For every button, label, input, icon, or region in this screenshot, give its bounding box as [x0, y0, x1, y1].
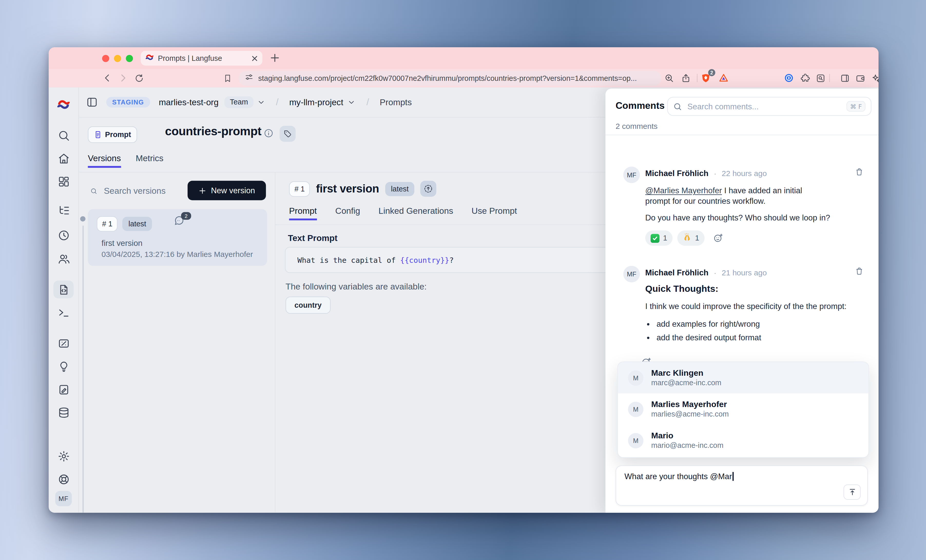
mention-option-mario[interactable]: M Mario mario@acme-inc.com [618, 425, 869, 456]
page-tabs: Versions Metrics [88, 153, 163, 168]
sidebar-toggle-icon[interactable] [86, 96, 98, 108]
sidebar-toggle-browser-icon[interactable] [838, 72, 851, 85]
tab-use-prompt[interactable]: Use Prompt [472, 206, 517, 220]
playground-icon[interactable] [53, 304, 74, 321]
delete-comment-icon[interactable] [855, 266, 864, 278]
tab-versions[interactable]: Versions [88, 153, 121, 168]
tab-close-icon[interactable] [252, 53, 258, 64]
browser-tab[interactable]: Prompts | Langfuse [141, 51, 262, 66]
versions-search[interactable] [90, 186, 194, 196]
mention-name: Mario [651, 431, 723, 440]
mention-link[interactable]: @Marlies Mayerhofer [645, 186, 722, 195]
version-name: first version [101, 239, 142, 248]
variable-chip[interactable]: country [285, 297, 330, 313]
reaction-check-pill[interactable]: 1 [645, 230, 672, 246]
home-icon[interactable] [53, 149, 74, 167]
datasets-icon[interactable] [53, 403, 74, 421]
tag-icon-button[interactable] [280, 126, 295, 142]
tab-metrics[interactable]: Metrics [136, 153, 163, 168]
raising-hands-emoji [683, 233, 691, 243]
promote-version-icon[interactable] [421, 181, 437, 197]
versions-panel: New version # 1 latest 2 first version 0… [78, 173, 275, 513]
comments-search-input[interactable] [686, 101, 843, 111]
brave-shield-icon[interactable]: 2 [699, 72, 713, 85]
comments-search[interactable]: ⌘ F [667, 97, 872, 116]
support-icon[interactable] [53, 470, 74, 488]
breadcrumb-org[interactable]: marlies-test-org [159, 97, 219, 107]
tab-linked-generations[interactable]: Linked Generations [378, 206, 453, 220]
version-meta: 03/04/2025, 13:27:16 by Marlies Mayerhof… [101, 250, 253, 259]
latest-badge: latest [123, 217, 152, 231]
versions-search-input[interactable] [103, 186, 194, 196]
mention-dropdown: M Marc Klingen marc@acme-inc.com M Marli… [617, 362, 869, 458]
sessions-icon[interactable] [53, 226, 74, 244]
mention-option-marc[interactable]: M Marc Klingen marc@acme-inc.com [618, 362, 869, 394]
password-manager-icon[interactable] [782, 72, 795, 85]
prompt-type-label: Prompt [105, 131, 131, 139]
reaction-count: 1 [663, 234, 667, 242]
user-avatar[interactable]: MF [55, 491, 72, 506]
dot-separator: · [714, 169, 716, 178]
back-icon[interactable] [101, 72, 114, 85]
zoom-in-icon[interactable] [663, 72, 675, 85]
search-icon[interactable] [53, 127, 74, 144]
new-version-button[interactable]: New version [188, 181, 266, 200]
timeline-dot [80, 216, 85, 221]
evaluation-icon[interactable] [53, 357, 74, 375]
leo-ai-icon[interactable] [869, 72, 879, 85]
new-tab-button[interactable] [269, 53, 280, 66]
comment-timestamp: 21 hours ago [722, 268, 767, 277]
bookmark-icon[interactable] [221, 72, 234, 85]
tab-config[interactable]: Config [335, 206, 360, 220]
desktop-background: Prompts | Langfuse staging.langfuse.com/… [0, 0, 926, 560]
toolbar-divider [829, 74, 830, 82]
comment-bubble-icon[interactable]: 2 [173, 215, 185, 229]
site-settings-icon[interactable] [245, 73, 254, 84]
comments-drawer: Comments ⌘ F 2 comments MF Michael Fröhl… [605, 89, 879, 513]
users-icon[interactable] [53, 250, 74, 268]
add-reaction-icon[interactable] [713, 233, 723, 243]
breadcrumb-project[interactable]: my-llm-project [289, 97, 343, 107]
browser-tabstrip: Prompts | Langfuse [49, 47, 879, 69]
prompts-icon[interactable] [53, 280, 74, 298]
chevron-down-icon[interactable] [257, 98, 265, 106]
info-icon[interactable] [263, 128, 274, 138]
chevron-down-icon[interactable] [348, 98, 356, 106]
avatar: MF [623, 266, 640, 282]
mention-option-marlies[interactable]: M Marlies Mayerhofer marlies@acme-inc.co… [618, 394, 869, 425]
mention-email: mario@acme-inc.com [651, 440, 723, 450]
timeline-line [82, 226, 83, 513]
window-minimize-button[interactable] [114, 55, 121, 62]
brave-rewards-icon[interactable] [717, 72, 730, 85]
share-icon[interactable] [679, 72, 692, 85]
reload-icon[interactable] [132, 72, 145, 85]
detail-tabs: Prompt Config Linked Generations Use Pro… [289, 206, 517, 220]
scores-icon[interactable] [53, 334, 74, 352]
mention-name: Marlies Mayerhofer [651, 400, 729, 409]
avatar: MF [623, 166, 640, 183]
tracing-icon[interactable] [53, 201, 74, 219]
bullet-text: add examples for right/wrong [657, 319, 760, 330]
submit-comment-button[interactable] [844, 484, 861, 500]
delete-comment-icon[interactable] [855, 167, 864, 179]
annotation-icon[interactable] [53, 380, 74, 398]
comment-input[interactable]: What are your thoughts @Mar [616, 466, 868, 506]
dashboard-icon[interactable] [53, 173, 74, 190]
reaction-hands-pill[interactable]: 1 [677, 230, 705, 246]
window-zoom-button[interactable] [126, 55, 133, 62]
comment-input-value[interactable]: What are your thoughts @Mar [625, 472, 732, 481]
detail-version-title: first version [316, 182, 379, 195]
breadcrumb-section[interactable]: Prompts [380, 97, 412, 107]
wallet-icon[interactable] [853, 72, 867, 85]
langfuse-logo[interactable] [53, 96, 74, 114]
search-panel-icon[interactable] [814, 72, 827, 85]
address-bar[interactable]: staging.langfuse.com/project/cm22fk0w700… [239, 71, 661, 86]
window-close-button[interactable] [102, 55, 109, 62]
forward-icon[interactable] [116, 72, 129, 85]
shortcut-badge: ⌘ F [846, 101, 865, 112]
settings-icon[interactable] [53, 447, 74, 465]
extensions-icon[interactable] [799, 72, 811, 85]
version-list-item[interactable]: # 1 latest 2 first version 03/04/2025, 1… [88, 209, 267, 266]
avatar: M [628, 401, 643, 417]
tab-prompt[interactable]: Prompt [289, 206, 317, 220]
